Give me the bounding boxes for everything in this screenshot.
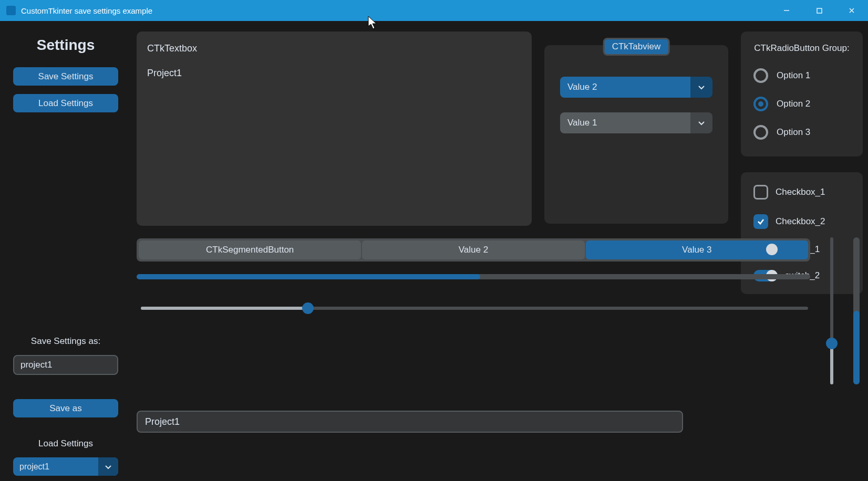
titlebar: CustomTkinter save settings example <box>0 0 868 21</box>
radio-option[interactable]: Option 3 <box>753 125 850 140</box>
textbox[interactable]: CTkTextbox Project1 <box>137 32 532 226</box>
maximize-icon <box>816 7 823 14</box>
vertical-sliders <box>826 236 863 433</box>
save-as-label: Save Settings as: <box>31 336 100 347</box>
radio-label: Option 3 <box>777 127 810 138</box>
slider-thumb[interactable] <box>826 338 838 349</box>
mid-main: CTkSegmentedButtonValue 2Value 3 <box>137 236 810 433</box>
top-row: CTkTextbox Project1 CTkTabview Value 2 V… <box>137 32 863 226</box>
progressbar-fill <box>853 311 860 384</box>
minimize-icon <box>783 7 790 14</box>
main-column: CTkTextbox Project1 CTkTabview Value 2 V… <box>137 32 863 476</box>
maximize-button[interactable] <box>803 0 835 21</box>
load-settings-dropdown-value: project1 <box>13 457 98 476</box>
window-controls <box>770 0 868 21</box>
radio-icon <box>753 68 768 83</box>
radio-option[interactable]: Option 2 <box>753 97 850 111</box>
tabview-body: Value 2 Value 1 <box>544 45 728 224</box>
save-as-button[interactable]: Save as <box>13 399 118 417</box>
slider-thumb[interactable] <box>302 302 314 314</box>
close-button[interactable] <box>835 0 868 21</box>
switch-toggle[interactable] <box>753 244 778 255</box>
progressbar-fill <box>137 274 480 279</box>
svg-rect-1 <box>817 8 822 13</box>
checkbox-icon <box>753 185 768 200</box>
entry-input[interactable] <box>137 411 683 433</box>
chevron-down-icon <box>690 77 712 98</box>
option-menu-2[interactable]: Value 1 <box>560 112 712 133</box>
sidebar-heading: Settings <box>37 37 95 54</box>
horizontal-slider[interactable] <box>141 301 808 314</box>
radio-option[interactable]: Option 1 <box>753 68 850 83</box>
segmented-item[interactable]: CTkSegmentedButton <box>139 240 361 259</box>
slider-track-fill <box>830 343 833 384</box>
app-body: Settings Save Settings Load Settings Sav… <box>0 21 868 481</box>
load-settings-button[interactable]: Load Settings <box>13 94 118 112</box>
app-icon <box>6 6 16 15</box>
segmented-item[interactable]: Value 2 <box>362 240 584 259</box>
radio-label: Option 2 <box>777 99 810 109</box>
option-menu-1[interactable]: Value 2 <box>560 77 712 98</box>
checkbox-icon <box>753 214 768 229</box>
sidebar: Settings Save Settings Load Settings Sav… <box>5 32 126 476</box>
radio-icon <box>753 125 768 140</box>
slider-track-fill <box>141 307 308 310</box>
window-title: CustomTkinter save settings example <box>21 6 152 15</box>
checkbox-label: Checkbox_1 <box>776 187 825 197</box>
chevron-down-icon <box>690 112 712 133</box>
load-settings-label: Load Settings <box>38 438 93 449</box>
save-as-input[interactable] <box>13 355 118 375</box>
option-menu-2-value: Value 1 <box>560 112 690 133</box>
chevron-down-icon <box>98 457 118 476</box>
checkbox-row[interactable]: Checkbox_2 <box>753 214 850 229</box>
checkbox-label: Checkbox_2 <box>776 216 825 227</box>
tabview: CTkTabview Value 2 Value 1 <box>544 32 728 226</box>
textbox-line: Project1 <box>147 66 521 81</box>
textbox-line: CTkTextbox <box>147 41 521 56</box>
tabview-tab[interactable]: CTkTabview <box>603 38 670 56</box>
radio-label: Option 1 <box>777 70 810 81</box>
radio-panel: CTkRadioButton Group: Option 1Option 2Op… <box>741 32 863 156</box>
progressbar <box>137 274 810 279</box>
load-settings-dropdown[interactable]: project1 <box>13 457 118 476</box>
radio-group-title: CTkRadioButton Group: <box>753 43 850 54</box>
radio-icon <box>753 97 768 111</box>
right-column: CTkRadioButton Group: Option 1Option 2Op… <box>741 32 863 226</box>
segmented-button[interactable]: CTkSegmentedButtonValue 2Value 3 <box>137 238 810 262</box>
option-menu-1-value: Value 2 <box>560 77 690 98</box>
save-settings-button[interactable]: Save Settings <box>13 67 118 86</box>
minimize-button[interactable] <box>770 0 803 21</box>
vertical-progressbar <box>853 237 860 384</box>
close-icon <box>848 7 855 14</box>
checkbox-row[interactable]: Checkbox_1 <box>753 185 850 200</box>
vertical-slider[interactable] <box>826 237 838 384</box>
mid-row: CTkSegmentedButtonValue 2Value 3 <box>137 236 863 433</box>
